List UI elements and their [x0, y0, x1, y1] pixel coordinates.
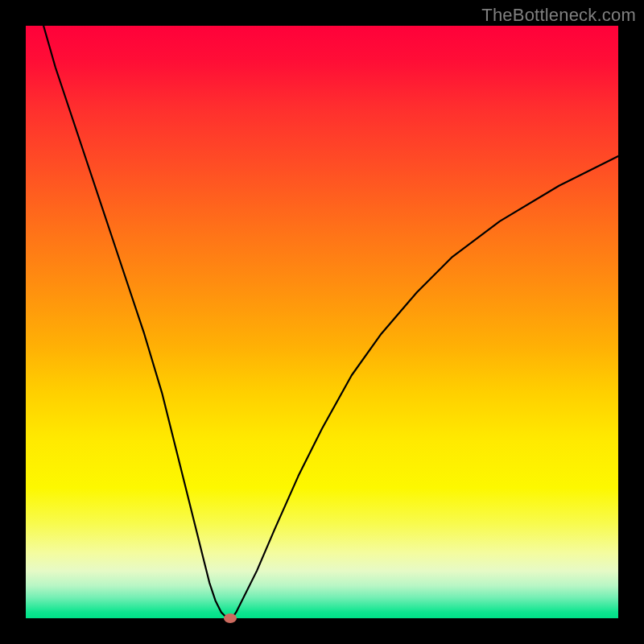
plot-area — [26, 26, 618, 618]
bottleneck-curve — [43, 26, 618, 618]
minimum-marker — [224, 613, 237, 623]
curve-svg — [26, 26, 618, 618]
watermark-text: TheBottleneck.com — [481, 5, 636, 26]
chart-frame: TheBottleneck.com — [0, 0, 644, 644]
